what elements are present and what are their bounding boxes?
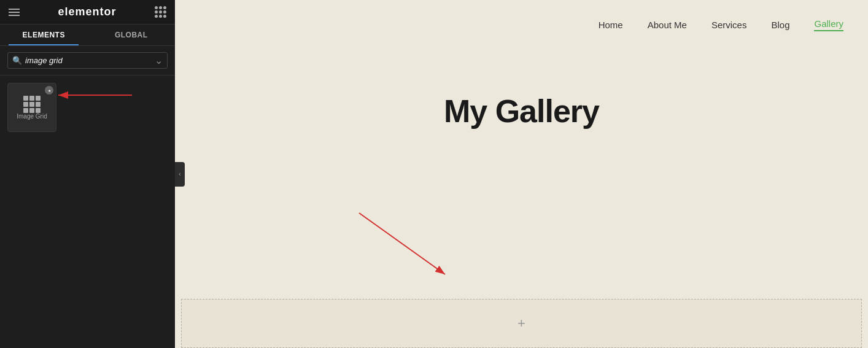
sidebar: elementor ELEMENTS GLOBAL 🔍 ⌄ ★ bbox=[0, 0, 175, 348]
svg-text:★: ★ bbox=[48, 89, 51, 93]
nav-gallery[interactable]: Gallery bbox=[814, 18, 843, 31]
sidebar-header: elementor bbox=[0, 0, 175, 25]
elementor-logo: elementor bbox=[58, 6, 116, 18]
widgets-grid: ★ Image Grid bbox=[0, 75, 175, 139]
tab-elements[interactable]: ELEMENTS bbox=[0, 25, 88, 45]
hamburger-icon[interactable] bbox=[9, 9, 20, 16]
main-content: Home About Me Services Blog Gallery My G… bbox=[175, 0, 868, 348]
apps-grid-icon[interactable] bbox=[155, 6, 166, 18]
tab-global[interactable]: GLOBAL bbox=[88, 25, 176, 45]
image-grid-label: Image Grid bbox=[17, 113, 47, 120]
search-input[interactable] bbox=[7, 52, 168, 69]
drop-zone-plus: + bbox=[517, 315, 525, 331]
nav-services[interactable]: Services bbox=[711, 20, 747, 30]
pro-badge: ★ bbox=[45, 86, 53, 95]
nav-home[interactable]: Home bbox=[599, 20, 623, 30]
collapse-sidebar-button[interactable]: ‹ bbox=[175, 162, 185, 187]
sidebar-tabs: ELEMENTS GLOBAL bbox=[0, 25, 175, 46]
search-icon: 🔍 bbox=[12, 56, 22, 65]
nav-blog[interactable]: Blog bbox=[771, 20, 789, 30]
search-clear-icon[interactable]: ⌄ bbox=[155, 55, 163, 66]
search-container: 🔍 ⌄ bbox=[0, 46, 175, 75]
page-title-area: My Gallery bbox=[175, 44, 868, 166]
main-red-arrow bbox=[359, 213, 482, 287]
svg-line-5 bbox=[359, 213, 445, 274]
site-nav: Home About Me Services Blog Gallery bbox=[175, 0, 868, 44]
page-title: My Gallery bbox=[444, 93, 599, 130]
image-grid-icon bbox=[23, 96, 41, 113]
nav-about[interactable]: About Me bbox=[648, 20, 687, 30]
image-grid-widget[interactable]: ★ Image Grid bbox=[7, 83, 56, 132]
drop-zone[interactable]: + bbox=[181, 299, 862, 348]
